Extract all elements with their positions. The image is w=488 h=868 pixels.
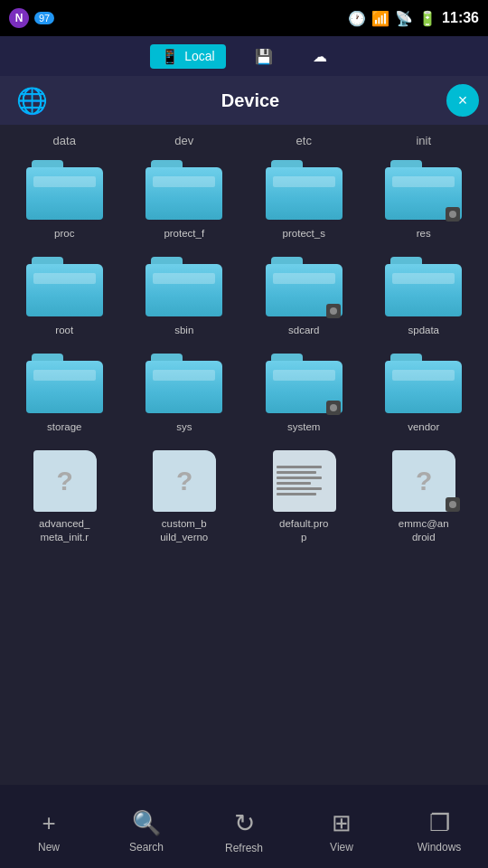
local-icon: 📱 [161,48,179,65]
folder-icon [145,354,222,417]
item-label: emmc@android [399,517,449,544]
list-item[interactable]: spdata [364,248,484,344]
file-grid: proc protect_f protect_s res [5,151,483,552]
lock-badge [326,304,341,318]
folder-icon [145,160,222,223]
folder-icon [266,354,343,417]
item-label: system [287,420,320,434]
file-icon [266,450,343,514]
new-button[interactable]: + New [0,794,98,868]
file-grid-area[interactable]: data dev etc init proc protect_f [0,125,488,785]
list-item[interactable]: protect_s [244,151,364,248]
new-label: New [38,841,60,854]
item-label: advanced_meta_init.r [39,517,89,544]
list-item[interactable]: res [364,151,484,248]
header-bar: 🌐 Device × [0,76,488,125]
folder-icon [266,257,343,320]
item-label: default.prop [279,517,328,544]
list-item[interactable]: ? custom_build_verno [125,441,245,552]
search-icon: 🔍 [132,809,161,837]
cloud-icon: ☁ [313,48,327,65]
status-right: 🕐 📶 📡 🔋 11:36 [348,10,479,27]
item-label: custom_build_verno [160,517,208,544]
list-item[interactable]: ? emmc@android [364,441,484,552]
list-item[interactable]: ? advanced_meta_init.r [5,441,125,552]
tab-local[interactable]: 📱 Local [150,44,225,69]
folder-icon [145,257,222,320]
view-button[interactable]: ⊞ View [293,794,390,868]
folder-icon [385,257,462,320]
close-button[interactable]: × [446,84,479,117]
header-title: Device [221,90,280,111]
folder-icon [385,160,462,223]
folder-icon [266,160,343,223]
refresh-label: Refresh [225,842,263,854]
list-item[interactable]: protect_f [125,151,245,248]
folder-icon [26,257,103,320]
list-item[interactable]: storage [5,344,125,441]
search-button[interactable]: 🔍 Search [98,794,195,868]
refresh-button[interactable]: ↻ Refresh [195,794,293,868]
status-left: N 97 [9,8,54,28]
notification-icon: N [9,8,29,28]
tab-storage[interactable]: 💾 [244,44,284,69]
refresh-icon-wrap: ↻ [234,808,255,838]
tab-cloud[interactable]: ☁ [302,44,338,69]
bottom-toolbar: + New 🔍 Search ↻ Refresh ⊞ View ❐ Window… [0,794,488,868]
list-item[interactable]: sys [125,344,245,441]
item-label: storage [47,420,81,434]
file-icon: ? [385,450,462,514]
globe-device-icon: 🌐 [9,78,54,123]
item-label: sdcard [288,324,320,337]
search-label: Search [129,841,164,854]
partial-label-init: init [370,134,478,147]
partial-label-etc: etc [249,134,358,147]
item-label: vendor [408,420,439,434]
list-item[interactable]: system [244,344,364,441]
header-title-wrap: Device [54,90,446,111]
lock-badge [446,497,460,512]
list-item[interactable]: sbin [125,248,245,344]
file-icon: ? [26,450,103,514]
item-label: sbin [174,324,193,337]
lock-badge [326,401,341,415]
view-grid-icon: ⊞ [332,809,352,837]
clock-icon: 🕐 [348,10,366,27]
list-item[interactable]: proc [5,151,125,248]
lock-badge [446,207,460,222]
top-nav: 📱 Local 💾 ☁ [0,36,488,76]
folder-icon [26,354,103,417]
folder-icon [385,354,462,417]
item-label: root [55,324,73,337]
tab-local-label: Local [184,49,214,63]
storage-icon: 💾 [255,48,273,65]
view-label: View [330,841,353,854]
partial-label-dev: dev [130,134,239,147]
item-label: proc [54,227,74,241]
item-label: protect_s [283,227,325,241]
plus-icon: + [42,809,55,837]
list-item[interactable]: sdcard [244,248,364,344]
refresh-icon: ↻ [234,809,255,837]
status-bar: N 97 🕐 📶 📡 🔋 11:36 [0,0,488,36]
file-icon: ? [145,450,222,514]
time-display: 11:36 [442,10,479,26]
windows-label: Windows [418,841,462,854]
windows-icon: ❐ [429,809,450,837]
battery-icon: 🔋 [418,10,436,27]
partial-label-data: data [10,134,118,147]
windows-button[interactable]: ❐ Windows [390,794,488,868]
wifi-icon: 📶 [371,10,389,27]
item-label: protect_f [164,227,204,241]
folder-icon [26,160,103,223]
item-label: sys [176,420,192,434]
list-item[interactable]: vendor [364,344,484,441]
item-label: res [417,227,431,241]
partial-top-row: data dev etc init [5,134,483,147]
list-item[interactable]: default.prop [244,441,364,552]
item-label: spdata [408,324,439,337]
notification-badge: 97 [34,12,54,24]
list-item[interactable]: root [5,248,125,344]
signal-icon: 📡 [395,10,413,27]
